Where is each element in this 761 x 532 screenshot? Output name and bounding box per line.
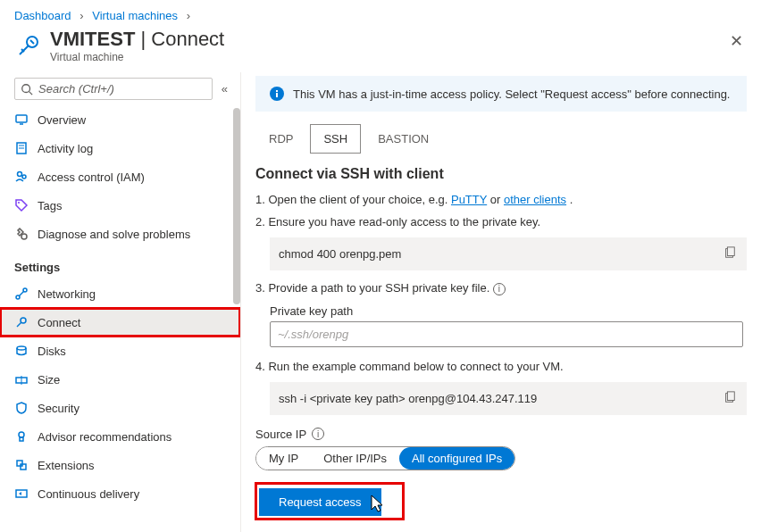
info-tooltip-icon[interactable]: i (493, 283, 506, 295)
sidebar-item-label: Access control (IAM) (38, 170, 145, 184)
sidebar-section-settings: Settings (0, 248, 240, 279)
breadcrumb-separator: › (187, 9, 190, 22)
code-text: chmod 400 orenpg.pem (279, 247, 722, 261)
sidebar-item-label: Continuous delivery (38, 487, 139, 501)
copy-icon (723, 391, 736, 403)
sidebar-item-label: Security (38, 402, 79, 415)
step-4: 4. Run the example command below to conn… (255, 360, 747, 373)
info-banner: This VM has a just-in-time access policy… (255, 76, 747, 112)
svg-rect-26 (21, 464, 26, 470)
tab-bastion[interactable]: BASTION (364, 124, 442, 154)
copy-button[interactable] (722, 245, 738, 263)
sidebar-item-overview[interactable]: Overview (0, 105, 240, 134)
ext-icon (14, 458, 29, 472)
banner-text: This VM has a just-in-time access policy… (293, 87, 730, 101)
sidebar-item-continuous-delivery[interactable]: Continuous delivery (0, 479, 240, 508)
tag-icon (14, 198, 29, 212)
svg-point-13 (18, 202, 20, 204)
svg-line-17 (19, 291, 24, 296)
step-1: 1. Open the client of your choice, e.g. … (255, 193, 747, 206)
sidebar-item-advisor-recommendations[interactable]: Advisor recommendations (0, 422, 240, 451)
sidebar-item-label: Size (38, 373, 60, 387)
info-tooltip-icon[interactable]: i (312, 428, 324, 440)
net-icon (14, 287, 29, 301)
log-icon (14, 141, 29, 155)
search-input[interactable]: Search (Ctrl+/) (14, 78, 213, 100)
source-ip-label: Source IP i (255, 428, 747, 441)
code-text: ssh -i <private key path> orenpg@104.43.… (279, 392, 722, 405)
cursor-icon (370, 494, 386, 513)
copy-icon (723, 246, 736, 259)
tab-rdp[interactable]: RDP (255, 124, 306, 154)
iam-icon (14, 170, 29, 184)
sidebar-item-label: Activity log (38, 142, 93, 155)
sidebar-item-extensions[interactable]: Extensions (0, 451, 240, 479)
sidebar-item-access-control-iam-[interactable]: Access control (IAM) (0, 162, 240, 191)
advisor-icon (14, 429, 29, 444)
putty-link[interactable]: PuTTY (451, 193, 487, 206)
sidebar-item-label: Advisor recommendations (38, 430, 171, 444)
svg-point-11 (18, 172, 22, 177)
breadcrumb-vms[interactable]: Virtual machines (92, 9, 178, 22)
breadcrumb-separator: › (79, 9, 83, 22)
sidebar-item-size[interactable]: Size (0, 365, 240, 394)
sidebar-item-label: Networking (38, 287, 96, 301)
svg-rect-6 (16, 115, 27, 122)
connect-tabs: RDP SSH BASTION (255, 124, 747, 154)
cd-icon (14, 486, 29, 501)
sidebar-scrollbar[interactable] (233, 108, 240, 532)
svg-rect-34 (727, 391, 734, 400)
copy-button[interactable] (722, 389, 738, 408)
sidebar-item-networking[interactable]: Networking (0, 279, 240, 308)
svg-rect-30 (276, 90, 278, 92)
sidebar-item-tags[interactable]: Tags (0, 191, 240, 220)
monitor-icon (14, 112, 29, 127)
sidebar-item-label: Tags (38, 199, 62, 212)
other-clients-link[interactable]: other clients (504, 193, 566, 206)
step-2: 2. Ensure you have read-only access to t… (255, 215, 747, 229)
pill-my-ip[interactable]: My IP (256, 447, 311, 470)
svg-point-23 (19, 432, 24, 437)
disk-icon (14, 344, 29, 358)
search-icon (21, 83, 33, 96)
svg-point-20 (17, 346, 26, 350)
main-content: This VM has a just-in-time access policy… (241, 72, 761, 532)
ssh-code: ssh -i <private key path> orenpg@104.43.… (270, 382, 747, 415)
sidebar-item-label: Extensions (38, 459, 95, 472)
request-access-button[interactable]: Request access (259, 488, 381, 516)
svg-rect-29 (276, 93, 278, 97)
sidebar-item-label: Connect (38, 316, 80, 329)
svg-line-5 (29, 91, 33, 95)
breadcrumb-dashboard[interactable]: Dashboard (14, 9, 71, 22)
source-ip-selector: My IP Other IP/IPs All configured IPs (255, 446, 515, 470)
sidebar-item-diagnose-and-solve-problems[interactable]: Diagnose and solve problems (0, 220, 240, 248)
collapse-sidebar-button[interactable]: « (218, 79, 231, 99)
size-icon (14, 372, 29, 387)
svg-point-12 (22, 175, 26, 179)
diag-icon (14, 227, 29, 241)
svg-point-4 (22, 84, 30, 92)
sidebar-item-connect[interactable]: Connect (0, 308, 240, 337)
key-path-label: Private key path (270, 304, 747, 318)
sidebar-item-security[interactable]: Security (0, 394, 240, 422)
security-icon (14, 401, 29, 415)
close-button[interactable]: ✕ (726, 28, 747, 54)
sidebar: Search (Ctrl+/) « OverviewActivity logAc… (0, 72, 241, 532)
sidebar-item-label: Overview (38, 113, 86, 127)
sidebar-item-label: Disks (38, 345, 66, 358)
sidebar-item-activity-log[interactable]: Activity log (0, 134, 240, 162)
request-access-highlight: Request access (255, 483, 404, 520)
tab-ssh[interactable]: SSH (310, 124, 361, 154)
sidebar-item-disks[interactable]: Disks (0, 337, 240, 365)
svg-line-19 (17, 322, 21, 327)
page-header: VMITEST | Connect Virtual machine ✕ (0, 28, 761, 72)
pill-other-ip[interactable]: Other IP/IPs (311, 447, 399, 470)
svg-rect-32 (727, 247, 734, 256)
svg-line-3 (30, 40, 34, 44)
connect-icon (14, 31, 43, 60)
chmod-code: chmod 400 orenpg.pem (270, 237, 747, 270)
breadcrumb: Dashboard › Virtual machines › (0, 0, 761, 28)
page-title: VMITEST | Connect (50, 28, 224, 51)
private-key-path-input[interactable] (270, 321, 743, 347)
pill-all-ips[interactable]: All configured IPs (399, 447, 514, 470)
